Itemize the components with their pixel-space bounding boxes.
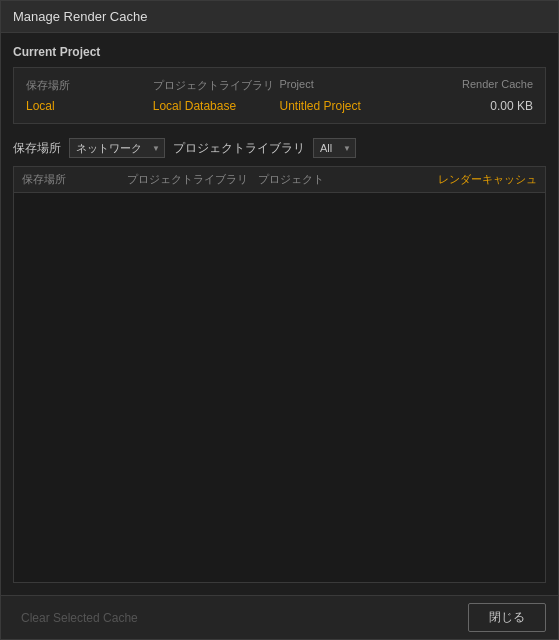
dialog-title: Manage Render Cache [1, 1, 558, 33]
current-project-box: 保存場所 プロジェクトライブラリ Project Render Cache Lo… [13, 67, 546, 124]
th-project: プロジェクト [258, 172, 433, 187]
header-render-cache: Render Cache [406, 78, 533, 93]
close-button[interactable]: 閉じる [468, 603, 546, 632]
th-library: プロジェクトライブラリ [127, 172, 258, 187]
filter-location-label: 保存場所 [13, 140, 61, 157]
th-render-cache: レンダーキャッシュ [432, 172, 537, 187]
current-library: Local Database [153, 99, 280, 113]
clear-selected-cache-button[interactable]: Clear Selected Cache [13, 607, 146, 629]
location-select[interactable]: ネットワーク [69, 138, 165, 158]
library-select-wrapper[interactable]: All [313, 138, 356, 158]
table-header-row: 保存場所 プロジェクトライブラリ プロジェクト レンダーキャッシュ [14, 167, 545, 193]
manage-render-cache-dialog: Manage Render Cache Current Project 保存場所… [0, 0, 559, 640]
filter-row: 保存場所 ネットワーク プロジェクトライブラリ All [13, 138, 546, 158]
render-cache-table: 保存場所 プロジェクトライブラリ プロジェクト レンダーキャッシュ [13, 166, 546, 583]
dialog-body: Current Project 保存場所 プロジェクトライブラリ Project… [1, 33, 558, 595]
current-location: Local [26, 99, 153, 113]
library-select[interactable]: All [313, 138, 356, 158]
header-library: プロジェクトライブラリ [153, 78, 280, 93]
header-location: 保存場所 [26, 78, 153, 93]
current-project-values: Local Local Database Untitled Project 0.… [26, 99, 533, 113]
current-project-header: 保存場所 プロジェクトライブラリ Project Render Cache [26, 78, 533, 93]
location-select-wrapper[interactable]: ネットワーク [69, 138, 165, 158]
filter-library-label: プロジェクトライブラリ [173, 140, 305, 157]
dialog-footer: Clear Selected Cache 閉じる [1, 595, 558, 639]
current-project-name: Untitled Project [280, 99, 407, 113]
header-project: Project [280, 78, 407, 93]
current-render-cache: 0.00 KB [406, 99, 533, 113]
table-body [14, 193, 545, 582]
th-location: 保存場所 [22, 172, 127, 187]
current-project-label: Current Project [13, 45, 546, 59]
